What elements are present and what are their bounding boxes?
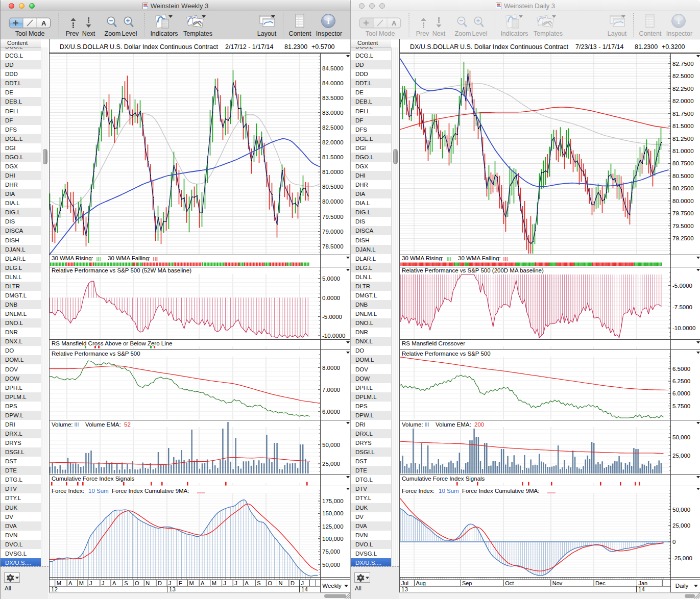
svg-text:Jul: Jul	[401, 580, 408, 586]
svg-text:80.5000: 80.5000	[672, 173, 694, 179]
svg-text:14: 14	[301, 586, 308, 592]
svg-text:6.0000: 6.0000	[322, 409, 340, 415]
svg-text:Jan: Jan	[638, 580, 647, 586]
svg-text:Force Index Cumulative 9MA:: Force Index Cumulative 9MA:	[112, 488, 189, 494]
svg-text:81.5000: 81.5000	[322, 154, 344, 160]
svg-text:M: M	[57, 580, 61, 586]
svg-text:Cumulative Force Index Signals: Cumulative Force Index Signals	[402, 476, 485, 482]
svg-text:Indicators: Indicators	[150, 30, 178, 37]
svg-text:-7.5000: -7.5000	[672, 304, 692, 310]
svg-text:5.7500: 5.7500	[672, 403, 690, 409]
svg-text:+0.3200: +0.3200	[662, 43, 685, 51]
svg-text:DX/U.S.DOLLAR: DX/U.S.DOLLAR	[60, 43, 108, 51]
svg-text:80.0000: 80.0000	[322, 198, 344, 205]
svg-text:Level: Level	[122, 30, 137, 37]
svg-text:Force Index:: Force Index:	[52, 488, 84, 494]
svg-text:S: S	[124, 580, 128, 586]
svg-text:81.2300: 81.2300	[635, 43, 658, 51]
svg-text:50,000: 50,000	[322, 442, 340, 448]
svg-text:Inspector: Inspector	[316, 30, 342, 37]
svg-text:14: 14	[638, 586, 645, 592]
svg-text:Level: Level	[472, 30, 488, 37]
svg-text:Dec: Dec	[595, 580, 606, 586]
svg-text:10 Sum: 10 Sum	[88, 488, 109, 494]
svg-text:13: 13	[169, 586, 176, 592]
svg-text:Prev: Prev	[416, 30, 429, 37]
svg-text:150,000: 150,000	[322, 510, 344, 516]
svg-text:84.0000: 84.0000	[322, 80, 344, 86]
svg-text:Templates: Templates	[183, 30, 212, 37]
svg-text:82.5000: 82.5000	[322, 124, 344, 131]
svg-text:80.7500: 80.7500	[672, 160, 694, 166]
svg-text:50,000: 50,000	[672, 507, 690, 513]
svg-text:Volume:: Volume:	[52, 421, 73, 428]
svg-text:F: F	[179, 580, 182, 586]
svg-text:O: O	[135, 580, 139, 586]
svg-text:N: N	[279, 580, 283, 586]
svg-text:Zoom: Zoom	[105, 30, 121, 37]
svg-text:S: S	[257, 580, 260, 586]
svg-text:52: 52	[124, 421, 131, 428]
svg-text:i: i	[678, 16, 680, 26]
svg-text:13: 13	[401, 586, 408, 592]
svg-text:O: O	[268, 580, 272, 586]
svg-text:80.5000: 80.5000	[322, 184, 344, 190]
svg-text:125,000: 125,000	[322, 523, 344, 530]
svg-text:82.2500: 82.2500	[672, 86, 694, 92]
svg-text:Prev: Prev	[66, 30, 79, 37]
svg-text:RS Mansfield Crossover: RS Mansfield Crossover	[402, 340, 465, 346]
svg-text:RS Mansfield Cross Above or Be: RS Mansfield Cross Above or Below Zero L…	[52, 340, 173, 346]
svg-text:81.5000: 81.5000	[672, 123, 694, 129]
svg-text:M: M	[79, 580, 84, 586]
svg-text:i: i	[327, 16, 330, 26]
svg-text:J: J	[224, 580, 227, 586]
svg-text:81.0000: 81.0000	[322, 169, 344, 175]
svg-text:81.2500: 81.2500	[672, 136, 694, 142]
svg-text:J: J	[301, 580, 304, 586]
svg-text:Tool Mode: Tool Mode	[15, 30, 45, 37]
svg-text:J: J	[89, 580, 92, 586]
svg-text:Indicators: Indicators	[500, 30, 528, 37]
svg-text:0: 0	[672, 539, 675, 545]
svg-text:30 WMA Rising:: 30 WMA Rising:	[52, 255, 93, 261]
svg-text:25,000: 25,000	[672, 522, 690, 529]
svg-text:Daily: Daily	[675, 583, 689, 589]
svg-text:-10.0000: -10.0000	[672, 325, 695, 331]
svg-text:Relative Performance vs S&P 50: Relative Performance vs S&P 500	[52, 351, 140, 357]
svg-text:100,000: 100,000	[322, 536, 344, 542]
svg-text:82.0000: 82.0000	[672, 98, 694, 104]
svg-text:Aug: Aug	[416, 580, 426, 586]
svg-text:-25,000: -25,000	[672, 555, 692, 561]
svg-text:Sep: Sep	[462, 580, 472, 586]
svg-text:Content: Content	[289, 30, 311, 37]
svg-text:81.2300: 81.2300	[284, 43, 307, 51]
svg-text:Volume EMA:: Volume EMA:	[85, 421, 121, 428]
svg-text:Force Index:: Force Index:	[402, 488, 435, 494]
svg-text:Relative Performance vs S&P 50: Relative Performance vs S&P 500	[402, 351, 491, 357]
svg-text:Cumulative Force Index Signals: Cumulative Force Index Signals	[52, 476, 135, 482]
svg-text:Next: Next	[432, 30, 446, 37]
svg-text:Nov: Nov	[552, 580, 563, 586]
svg-text:J: J	[234, 580, 237, 586]
svg-text:N: N	[146, 580, 150, 586]
svg-text:Templates: Templates	[534, 30, 563, 37]
svg-text:A: A	[245, 580, 249, 586]
svg-text:79.2500: 79.2500	[672, 235, 694, 241]
svg-text:6.5000: 6.5000	[672, 366, 690, 372]
svg-text:79.5000: 79.5000	[322, 214, 344, 220]
svg-text:Relative Performance vs S&P 50: Relative Performance vs S&P 500 (52W MA …	[52, 267, 191, 273]
svg-text:83.5000: 83.5000	[322, 95, 344, 101]
svg-text:5.0000: 5.0000	[322, 276, 340, 282]
svg-text:80.2500: 80.2500	[672, 185, 694, 191]
svg-text:7/23/13 - 1/17/14: 7/23/13 - 1/17/14	[575, 43, 624, 51]
svg-text:84.5000: 84.5000	[322, 65, 344, 71]
svg-text:Force Index Cumulative 9MA:: Force Index Cumulative 9MA:	[462, 488, 539, 494]
svg-text:7.0000: 7.0000	[322, 387, 340, 393]
svg-text:82.5000: 82.5000	[672, 73, 694, 79]
svg-text:-10.0000: -10.0000	[322, 333, 345, 339]
svg-text:30 WMA Falling:: 30 WMA Falling:	[458, 255, 501, 261]
svg-text:200: 200	[474, 421, 484, 428]
svg-text:82.0000: 82.0000	[322, 139, 344, 145]
svg-text:Content: Content	[639, 30, 662, 37]
svg-text:J: J	[168, 580, 172, 586]
